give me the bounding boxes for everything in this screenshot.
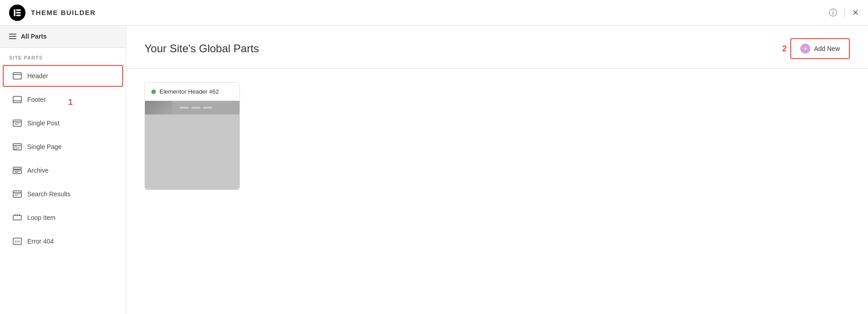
site-parts-section-label: SITE PARTS — [0, 48, 126, 64]
sidebar-item-single-page[interactable]: Single Page — [3, 136, 123, 158]
all-parts-label: All Parts — [21, 33, 47, 40]
top-bar: THEME BUILDER ⓘ ✕ — [0, 0, 868, 25]
svg-rect-0 — [14, 9, 15, 16]
svg-rect-3 — [16, 15, 21, 16]
error-404-icon: 404 — [13, 237, 22, 246]
all-parts-button[interactable]: All Parts — [0, 25, 126, 48]
header-icon — [13, 71, 22, 80]
svg-rect-25 — [13, 215, 21, 220]
svg-rect-4 — [13, 73, 21, 79]
card-thumbnail-top — [145, 101, 239, 115]
svg-rect-6 — [13, 96, 21, 103]
sidebar: All Parts SITE PARTS Header — [0, 25, 126, 314]
template-card[interactable]: Elementor Header #62 — [145, 82, 240, 190]
card-thumbnail — [145, 101, 239, 189]
elementor-logo-icon — [13, 8, 22, 17]
loop-item-icon — [13, 213, 22, 222]
svg-rect-17 — [13, 167, 21, 169]
annotation-num2: 2 — [782, 44, 787, 54]
footer-label: Footer — [27, 96, 45, 103]
info-icon[interactable]: ⓘ — [829, 7, 837, 18]
sidebar-item-loop-item[interactable]: Loop Item — [3, 207, 123, 229]
error-404-label: Error 404 — [27, 238, 54, 245]
svg-rect-18 — [13, 170, 21, 174]
footer-icon — [13, 95, 22, 104]
content-header: Your Site's Global Parts 2 + Add New — [126, 25, 868, 69]
plus-icon: + — [800, 44, 810, 54]
sidebar-item-error-404[interactable]: 404 Error 404 — [3, 230, 123, 252]
close-icon[interactable]: ✕ — [852, 8, 859, 18]
card-title: Elementor Header #62 — [160, 88, 219, 95]
main-layout: All Parts SITE PARTS Header — [0, 25, 868, 314]
single-post-label: Single Post — [27, 120, 60, 127]
top-bar-left: THEME BUILDER — [9, 5, 96, 21]
add-new-label: Add New — [814, 45, 840, 52]
svg-rect-2 — [16, 12, 21, 13]
search-results-label: Search Results — [27, 190, 70, 198]
elementor-logo — [9, 5, 25, 21]
sidebar-item-single-post[interactable]: Single Post — [3, 112, 123, 134]
content-body: Elementor Header #62 — [126, 69, 868, 314]
add-new-button[interactable]: + Add New — [790, 38, 850, 59]
single-page-label: Single Page — [27, 143, 62, 150]
sidebar-item-archive[interactable]: Archive — [3, 159, 123, 181]
card-header: Elementor Header #62 — [145, 83, 239, 101]
card-thumbnail-img — [145, 101, 172, 115]
archive-label: Archive — [27, 167, 49, 174]
svg-rect-14 — [15, 147, 17, 149]
svg-text:404: 404 — [15, 240, 20, 243]
app-title: THEME BUILDER — [31, 9, 96, 16]
loop-item-label: Loop Item — [27, 214, 55, 221]
search-results-icon — [13, 189, 22, 199]
top-bar-divider — [844, 8, 845, 17]
sidebar-item-footer[interactable]: Footer — [3, 89, 123, 110]
page-title: Your Site's Global Parts — [145, 42, 259, 55]
single-post-icon — [13, 119, 22, 128]
card-status-dot — [151, 90, 156, 94]
top-bar-right: ⓘ ✕ — [829, 7, 859, 18]
sidebar-item-search-results[interactable]: Search Results — [3, 183, 123, 205]
main-content: Your Site's Global Parts 2 + Add New Ele… — [126, 25, 868, 314]
sidebar-item-header[interactable]: Header — [3, 65, 123, 87]
single-page-icon — [13, 142, 22, 151]
archive-icon — [13, 166, 22, 175]
svg-rect-1 — [16, 9, 21, 10]
hamburger-icon — [9, 34, 16, 39]
header-label: Header — [27, 72, 48, 80]
